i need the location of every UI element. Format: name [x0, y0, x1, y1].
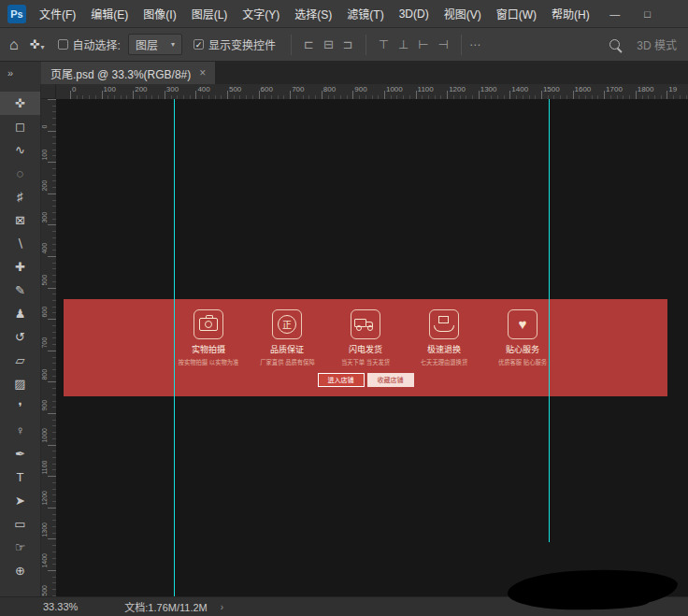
status-options-chevron-icon[interactable]: ›: [221, 602, 223, 612]
minimize-button[interactable]: —: [609, 8, 620, 20]
ruler-number: 900: [352, 84, 384, 99]
banner-item-subtitle: 当天下单 当天发货: [341, 357, 390, 365]
tab-close-icon[interactable]: ×: [199, 66, 206, 79]
menu-item-label: 窗口(W): [496, 6, 537, 21]
auto-select-target-dropdown[interactable]: 图层 ▾: [128, 34, 182, 55]
menu-item-label: 编辑(E): [91, 6, 128, 21]
gradient-tool[interactable]: ▨: [0, 372, 40, 395]
banner-item: 极速退换 七天无理由退换货: [410, 309, 478, 366]
guide-vertical-2[interactable]: [549, 99, 550, 542]
align-left-icon[interactable]: ⊏: [299, 37, 319, 51]
window-control-glyph: —: [609, 8, 620, 20]
quick-selection-tool[interactable]: ◌: [0, 162, 40, 185]
menu-item[interactable]: 滤镜(T): [339, 0, 391, 27]
tool-icon: ⊠: [15, 213, 25, 227]
optionsbar-right-cluster: 3D 模式: [609, 36, 677, 52]
rectangular-marquee-tool[interactable]: ◻: [0, 115, 40, 138]
spot-healing-brush-tool[interactable]: ✚: [0, 255, 40, 279]
home-icon[interactable]: ⌂: [9, 36, 19, 53]
zoom-tool[interactable]: ⊕: [0, 559, 40, 582]
menu-item[interactable]: 选择(S): [287, 0, 339, 27]
eraser-tool[interactable]: ▱: [0, 349, 40, 372]
distribute-vertical-icon[interactable]: ⊥: [394, 37, 413, 51]
dodge-tool[interactable]: ♀: [0, 419, 40, 442]
vertical-ruler[interactable]: 0100200300400500600700800900100011001200…: [41, 99, 56, 596]
horizontal-ruler[interactable]: 0100200300400500600700800900100011001200…: [56, 84, 688, 99]
crop-tool[interactable]: ♯: [0, 185, 40, 208]
ruler-number: 500: [227, 84, 259, 99]
ruler-number: 400: [41, 224, 56, 256]
black-scribble-blob: [529, 595, 649, 609]
frame-tool[interactable]: ⊠: [0, 208, 40, 232]
ruler-number: 1700: [604, 84, 636, 99]
type-tool[interactable]: T: [0, 466, 40, 489]
menu-item-label: 图像(I): [143, 6, 176, 21]
rectangle-tool[interactable]: ▭: [0, 512, 40, 536]
tool-icon: ♯: [17, 190, 23, 204]
blur-tool[interactable]: ❜: [0, 395, 40, 419]
ruler-number: 800: [322, 84, 353, 99]
ruler-number: 900: [41, 381, 56, 413]
eyedropper-tool[interactable]: ∖: [0, 232, 40, 255]
banner-item-title: 闪电发货: [349, 343, 382, 355]
separator: [291, 35, 292, 55]
menu-item-label: 视图(V): [444, 6, 481, 21]
banner-item: 实物拍摄 按实物拍摄 以实物为准: [175, 309, 242, 366]
clone-stamp-tool[interactable]: ♟: [0, 302, 40, 325]
search-icon[interactable]: [609, 39, 620, 50]
align-top-icon[interactable]: ⊤: [374, 37, 394, 51]
align-right-icon[interactable]: ⊐: [338, 37, 358, 51]
document-tab-bar: » 页尾.psd @ 33.3%(RGB/8#) ×: [0, 62, 688, 84]
history-brush-tool[interactable]: ↺: [0, 325, 40, 349]
document-canvas[interactable]: 实物拍摄 按实物拍摄 以实物为准 正 品质保证 厂家直供 品质有保障 闪电发货 …: [56, 99, 688, 596]
auto-select-checkbox[interactable]: [58, 39, 68, 50]
ruler-origin-corner[interactable]: [41, 84, 56, 99]
ruler-number: 1200: [41, 476, 56, 508]
menu-item[interactable]: 3D(D): [392, 0, 437, 27]
hand-tool[interactable]: ☞: [0, 536, 40, 559]
menu-item[interactable]: 图像(I): [136, 0, 183, 27]
move-tool[interactable]: ✜: [0, 92, 40, 115]
menu-item[interactable]: 窗口(W): [489, 0, 544, 27]
show-transform-label: 显示变换控件: [208, 36, 276, 52]
document-tab[interactable]: 页尾.psd @ 33.3%(RGB/8#) ×: [41, 62, 215, 84]
menu-item[interactable]: 文件(F): [32, 0, 83, 27]
tool-icon: ✜: [15, 96, 25, 110]
tabs-area: 页尾.psd @ 33.3%(RGB/8#) ×: [41, 62, 688, 84]
menu-item[interactable]: 文字(Y): [235, 0, 287, 27]
tool-icon: ◌: [17, 166, 24, 180]
ruler-number: 500: [41, 256, 56, 288]
align-bottom-icon[interactable]: ⊢: [413, 37, 433, 51]
tool-icon: ◻: [15, 120, 25, 134]
banner-item-title: 贴心服务: [506, 343, 539, 355]
truck-icon: [351, 309, 380, 339]
lasso-tool[interactable]: ∿: [0, 138, 40, 162]
more-options-icon[interactable]: ⋯: [469, 38, 482, 51]
window-controls: — □: [609, 0, 651, 27]
menu-item[interactable]: 视图(V): [437, 0, 489, 27]
collapse-panel-icon[interactable]: »: [7, 67, 13, 79]
tool-icon: ➤: [15, 494, 25, 508]
ruler-number: 300: [41, 193, 56, 225]
guide-vertical-1[interactable]: [174, 99, 175, 596]
ruler-number: 1000: [41, 413, 56, 445]
menu-item[interactable]: 图层(L): [184, 0, 236, 27]
menu-item[interactable]: 编辑(E): [83, 0, 136, 27]
ruler-number: 1100: [41, 445, 56, 477]
tool-icon: ♟: [15, 307, 26, 321]
separator: [461, 35, 462, 55]
banner-items-row: 实物拍摄 按实物拍摄 以实物为准 正 品质保证 厂家直供 品质有保障 闪电发货 …: [175, 309, 556, 366]
brush-tool[interactable]: ✎: [0, 279, 40, 302]
pen-tool[interactable]: ✒: [0, 442, 40, 466]
show-transform-checkbox[interactable]: ✓: [194, 39, 204, 50]
distribute-horizontal-icon[interactable]: ⊣: [434, 37, 453, 51]
path-selection-tool[interactable]: ➤: [0, 489, 40, 512]
zoom-level-field[interactable]: 33.33%: [43, 601, 78, 612]
align-center-h-icon[interactable]: ⊟: [319, 37, 338, 51]
tool-icon: ✚: [15, 260, 25, 274]
menu-item[interactable]: 帮助(H): [544, 0, 597, 27]
current-tool-preset[interactable]: ✜ ▾: [30, 37, 45, 51]
banner-item-subtitle: 优质客服 贴心服务: [498, 357, 547, 365]
banner-item-title: 实物拍摄: [192, 343, 225, 355]
maximize-button[interactable]: □: [644, 8, 651, 20]
